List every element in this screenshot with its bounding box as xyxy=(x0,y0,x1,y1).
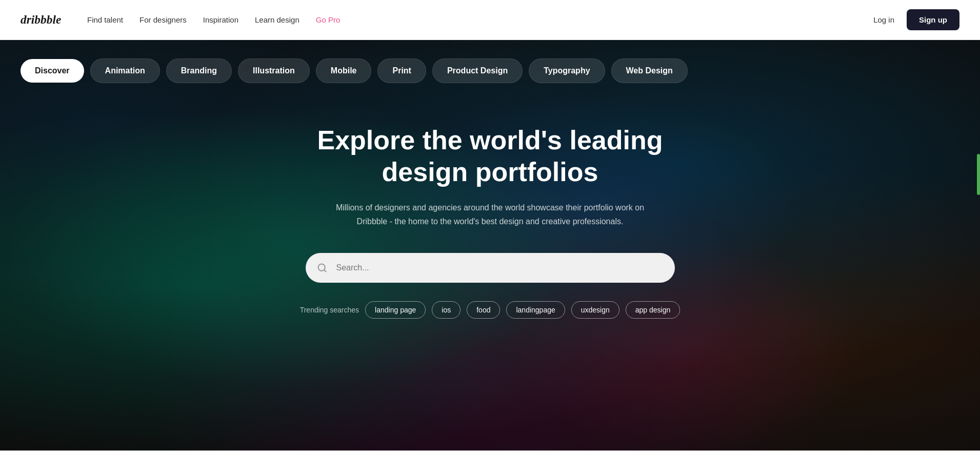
login-link[interactable]: Log in xyxy=(873,15,894,24)
category-print[interactable]: Print xyxy=(377,58,426,83)
category-typography[interactable]: Typography xyxy=(529,58,605,83)
signup-button[interactable]: Sign up xyxy=(907,9,959,30)
navbar-links: Find talent For designers Inspiration Le… xyxy=(87,15,873,24)
category-animation[interactable]: Animation xyxy=(90,58,160,83)
search-input[interactable] xyxy=(306,253,675,283)
trending-landingpage[interactable]: landingpage xyxy=(506,301,565,319)
search-icon xyxy=(317,263,327,273)
trending-app-design[interactable]: app design xyxy=(626,301,681,319)
category-illustration[interactable]: Illustration xyxy=(238,58,310,83)
search-container xyxy=(306,253,675,283)
nav-learn-design[interactable]: Learn design xyxy=(255,15,299,24)
navbar: dribbble Find talent For designers Inspi… xyxy=(0,0,980,40)
navbar-right: Log in Sign up xyxy=(873,9,959,30)
trending-ios[interactable]: ios xyxy=(432,301,461,319)
trending-searches: Trending searches landing page ios food … xyxy=(300,301,681,319)
trending-uxdesign[interactable]: uxdesign xyxy=(571,301,619,319)
category-product-design[interactable]: Product Design xyxy=(432,58,523,83)
svg-text:dribbble: dribbble xyxy=(21,13,61,26)
category-bar: Discover Animation Branding Illustration… xyxy=(0,40,980,83)
trending-food[interactable]: food xyxy=(467,301,500,319)
nav-for-designers[interactable]: For designers xyxy=(139,15,187,24)
hero-content: Explore the world's leading design portf… xyxy=(0,83,980,349)
category-web-design[interactable]: Web Design xyxy=(611,58,688,83)
nav-inspiration[interactable]: Inspiration xyxy=(203,15,238,24)
category-branding[interactable]: Branding xyxy=(166,58,232,83)
hero-title: Explore the world's leading design portf… xyxy=(311,124,670,188)
svg-line-2 xyxy=(324,270,326,272)
trending-label: Trending searches xyxy=(300,306,359,314)
category-mobile[interactable]: Mobile xyxy=(316,58,372,83)
nav-go-pro[interactable]: Go Pro xyxy=(316,15,341,24)
hero-subtitle: Millions of designers and agencies aroun… xyxy=(326,201,654,228)
category-discover[interactable]: Discover xyxy=(21,59,84,83)
nav-find-talent[interactable]: Find talent xyxy=(87,15,123,24)
hero-section: Discover Animation Branding Illustration… xyxy=(0,40,980,450)
trending-landing-page[interactable]: landing page xyxy=(365,301,426,319)
dribbble-logo[interactable]: dribbble xyxy=(21,10,67,30)
